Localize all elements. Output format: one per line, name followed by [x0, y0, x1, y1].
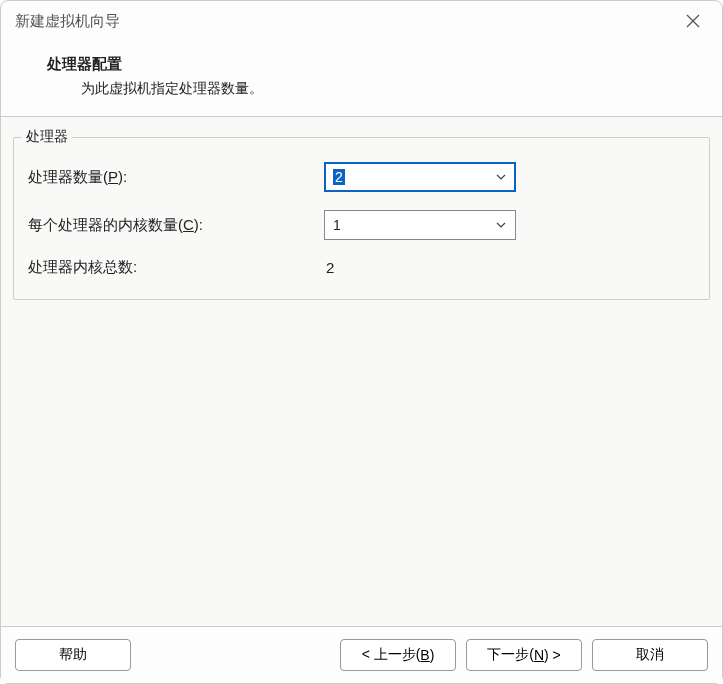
total-value: 2 [324, 259, 334, 276]
window-title: 新建虚拟机向导 [15, 12, 120, 31]
back-hotkey: B [420, 647, 429, 663]
fieldset-legend: 处理器 [22, 128, 72, 146]
footer: 帮助 < 上一步(B) 下一步(N) > 取消 [1, 626, 722, 683]
next-prefix: 下一步( [487, 646, 534, 664]
row-total: 处理器内核总数: 2 [28, 258, 695, 277]
page-subtitle: 为此虚拟机指定处理器数量。 [47, 80, 692, 98]
cores-select[interactable]: 1 [324, 210, 516, 240]
help-button[interactable]: 帮助 [15, 639, 131, 671]
label-cores-hotkey: C [183, 216, 194, 233]
label-total: 处理器内核总数: [28, 258, 324, 277]
label-processors-prefix: 处理器数量( [28, 168, 108, 185]
processors-value: 2 [333, 169, 345, 185]
back-suffix: ) [430, 647, 435, 663]
content-area: 处理器 处理器数量(P): 2 每个处理器的内核数量(C): 1 [1, 117, 722, 626]
row-processors: 处理器数量(P): 2 [28, 162, 695, 192]
next-button[interactable]: 下一步(N) > [466, 639, 582, 671]
next-suffix: ) > [544, 647, 561, 663]
label-processors-hotkey: P [108, 168, 118, 185]
label-cores: 每个处理器的内核数量(C): [28, 216, 324, 235]
wizard-header: 处理器配置 为此虚拟机指定处理器数量。 [1, 41, 722, 117]
back-prefix: < 上一步( [362, 646, 421, 664]
close-icon [686, 14, 700, 28]
titlebar: 新建虚拟机向导 [1, 1, 722, 41]
footer-right-group: < 上一步(B) 下一步(N) > 取消 [340, 639, 708, 671]
chevron-down-icon [495, 219, 507, 231]
label-cores-prefix: 每个处理器的内核数量( [28, 216, 183, 233]
wizard-window: 新建虚拟机向导 处理器配置 为此虚拟机指定处理器数量。 处理器 处理器数量(P)… [0, 0, 723, 684]
cores-value: 1 [333, 217, 341, 233]
page-title: 处理器配置 [47, 55, 692, 74]
processors-fieldset: 处理器 处理器数量(P): 2 每个处理器的内核数量(C): 1 [13, 137, 710, 300]
label-cores-suffix: ): [194, 216, 203, 233]
chevron-down-icon [495, 171, 507, 183]
label-processors-suffix: ): [118, 168, 127, 185]
next-hotkey: N [534, 647, 544, 663]
close-button[interactable] [678, 6, 708, 36]
label-processors: 处理器数量(P): [28, 168, 324, 187]
back-button[interactable]: < 上一步(B) [340, 639, 456, 671]
cancel-button[interactable]: 取消 [592, 639, 708, 671]
row-cores: 每个处理器的内核数量(C): 1 [28, 210, 695, 240]
processors-select[interactable]: 2 [324, 162, 516, 192]
